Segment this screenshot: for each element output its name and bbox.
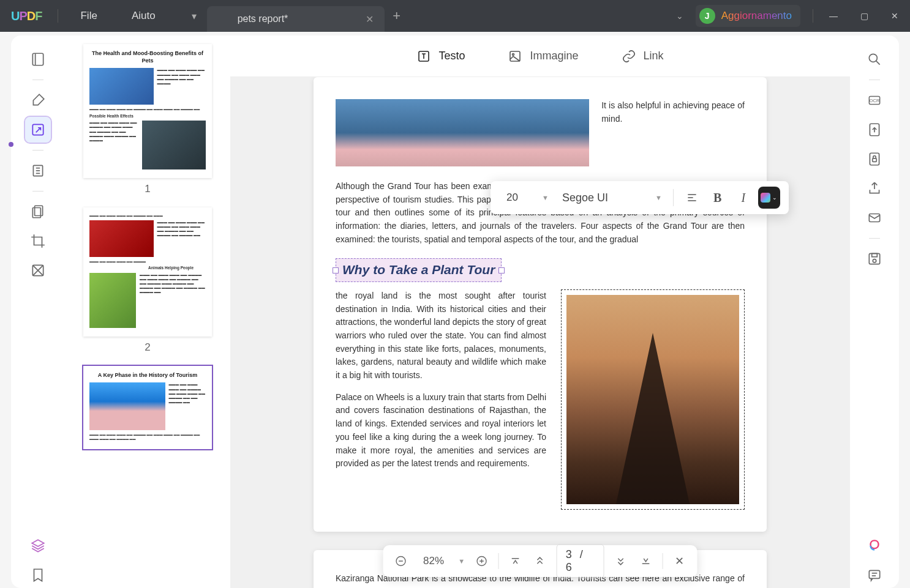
thumbnail-page-3[interactable]: A Key Phase in the History of Tourism ▬▬… — [83, 366, 212, 450]
avatar: J — [699, 8, 715, 24]
zoom-in-button[interactable] — [473, 552, 489, 570]
edit-link-button[interactable]: Link — [622, 49, 664, 64]
window-minimize-button[interactable]: — — [818, 11, 849, 21]
reader-tool-icon[interactable] — [25, 47, 51, 72]
svg-rect-31 — [872, 253, 878, 256]
document-scroll[interactable]: It is also helpful in achieving peace of… — [230, 77, 850, 588]
titlebar: UPDF File Aiuto ▾ pets report* ✕ + ⌄ J A… — [0, 0, 910, 32]
font-family-dropdown-icon[interactable]: ▼ — [652, 194, 666, 201]
color-picker-button[interactable]: ⌄ — [758, 187, 780, 209]
zoom-dropdown-icon[interactable]: ▼ — [458, 557, 465, 565]
bold-button[interactable]: B — [707, 187, 729, 209]
tab-dropdown-icon[interactable]: ▾ — [185, 7, 203, 25]
paragraph-col-a: the royal land is the most sought after … — [336, 289, 546, 382]
close-zoom-bar-button[interactable]: ✕ — [671, 552, 687, 570]
zoom-level[interactable]: 82% — [418, 555, 449, 567]
ocr-icon[interactable]: OCR — [862, 87, 887, 113]
protect-icon[interactable] — [862, 146, 887, 172]
svg-rect-33 — [869, 570, 879, 578]
align-button[interactable] — [681, 187, 703, 209]
thumbnail-panel: The Health and Mood-Boosting Benefits of… — [65, 35, 230, 588]
zoom-out-button[interactable] — [393, 552, 409, 570]
edit-tool-icon[interactable] — [25, 117, 51, 143]
ai-icon[interactable] — [862, 533, 887, 559]
zoom-bar: 82% ▼ 3 / 6 ✕ — [383, 545, 698, 577]
tabs-overflow-icon[interactable]: ⌄ — [664, 11, 696, 21]
page-indicator[interactable]: 3 / 6 — [557, 544, 604, 578]
tab-title: pets report* — [238, 13, 288, 24]
svg-point-32 — [873, 259, 876, 262]
selected-heading-box[interactable]: Why to Take a Plant Tour — [336, 258, 502, 282]
search-icon[interactable] — [862, 47, 887, 72]
font-toolbar: ▼ Segoe UI ▼ B I ⌄ — [491, 181, 789, 214]
pages-tool-icon[interactable] — [25, 158, 51, 184]
prev-page-button[interactable] — [532, 552, 547, 570]
svg-rect-28 — [873, 158, 877, 162]
tab-add-button[interactable]: + — [385, 8, 409, 24]
thumbnail-page-2[interactable]: ▬▬▬ ▬▬ ▬▬▬ ▬▬▬ ▬▬ ▬▬▬▬ ▬▬ ▬▬▬ ▬▬▬ ▬▬ ▬▬▬… — [83, 207, 212, 336]
comment-icon[interactable] — [862, 562, 887, 588]
svg-text:OCR: OCR — [870, 98, 880, 103]
document-tab[interactable]: pets report* ✕ — [207, 6, 385, 32]
svg-point-22 — [869, 54, 877, 62]
italic-button[interactable]: I — [732, 187, 754, 209]
window-close-button[interactable]: ✕ — [879, 11, 910, 21]
layers-icon[interactable] — [25, 533, 51, 559]
email-icon[interactable] — [862, 205, 887, 231]
font-size-input[interactable] — [499, 187, 535, 209]
user-label: Aggiornamento — [721, 10, 792, 22]
user-badge[interactable]: J Aggiornamento — [696, 5, 800, 27]
eiffel-image-frame[interactable] — [561, 289, 745, 510]
app-logo: UPDF — [0, 9, 53, 23]
heading-text: Why to Take a Plant Tour — [342, 262, 495, 277]
content-area: Testo Immagine Link ▼ Segoe UI ▼ B I ⌄ — [230, 35, 850, 588]
edit-text-button[interactable]: Testo — [416, 49, 465, 64]
paragraph-col-b: Palace on Wheels is a luxury train that … — [336, 391, 546, 471]
svg-rect-27 — [870, 153, 879, 165]
thumb-label-1: 1 — [83, 183, 212, 195]
next-page-button[interactable] — [613, 552, 629, 570]
svg-line-23 — [876, 61, 880, 65]
window-maximize-button[interactable]: ▢ — [849, 11, 879, 21]
tab-close-icon[interactable]: ✕ — [366, 13, 374, 25]
highlight-tool-icon[interactable] — [25, 87, 51, 113]
svg-rect-29 — [869, 214, 879, 222]
share-icon[interactable] — [862, 176, 887, 201]
right-rail: OCR — [850, 35, 899, 588]
thumbnail-page-1[interactable]: The Health and Mood-Boosting Benefits of… — [83, 44, 212, 178]
last-page-button[interactable] — [637, 552, 653, 570]
font-size-dropdown-icon[interactable]: ▼ — [538, 194, 552, 201]
left-rail — [11, 35, 65, 588]
bookmark-icon[interactable] — [25, 562, 51, 588]
svg-point-11 — [513, 53, 514, 55]
svg-rect-0 — [32, 53, 43, 65]
organize-tool-icon[interactable] — [25, 199, 51, 225]
save-icon[interactable] — [862, 246, 887, 272]
car-image — [336, 99, 589, 166]
crop-tool-icon[interactable] — [25, 228, 51, 254]
redact-tool-icon[interactable] — [25, 258, 51, 283]
rail-indicator-dot — [9, 142, 13, 147]
convert-icon[interactable] — [862, 117, 887, 143]
document-page-3: It is also helpful in achieving peace of… — [314, 77, 767, 532]
edit-image-button[interactable]: Immagine — [508, 49, 578, 64]
menu-file[interactable]: File — [63, 10, 114, 22]
side-paragraph: It is also helpful in achieving peace of… — [601, 99, 745, 180]
thumb-label-2: 2 — [83, 341, 212, 354]
font-family-select[interactable]: Segoe UI — [556, 192, 648, 204]
menu-help[interactable]: Aiuto — [115, 10, 173, 22]
edit-toolbar: Testo Immagine Link — [230, 35, 850, 77]
first-page-button[interactable] — [507, 552, 523, 570]
